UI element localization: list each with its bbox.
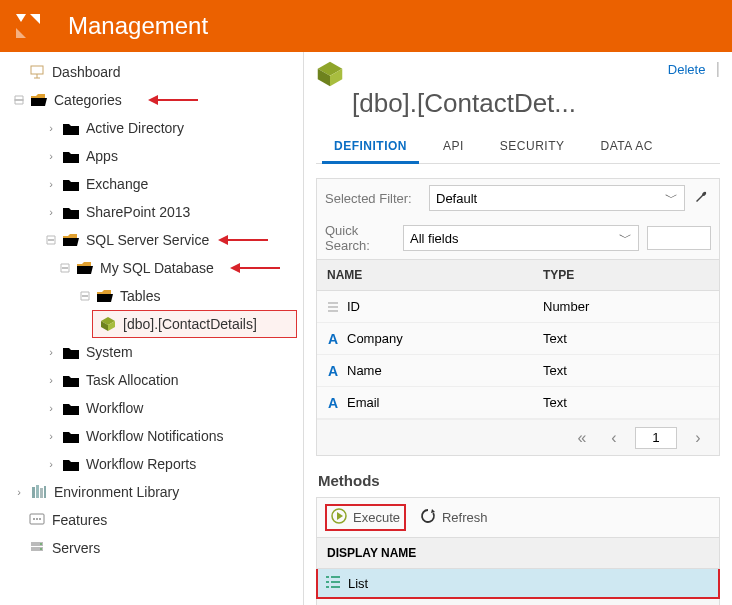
svg-point-48 — [40, 543, 42, 545]
svg-rect-62 — [331, 581, 340, 583]
collapse-icon[interactable] — [44, 233, 58, 247]
collapse-icon[interactable] — [12, 93, 26, 107]
svg-rect-39 — [36, 485, 39, 498]
selected-filter-dropdown[interactable]: Default ﹀ — [429, 185, 685, 211]
smartobject-icon — [316, 60, 344, 88]
quick-search-input[interactable] — [647, 226, 711, 250]
play-icon — [331, 508, 347, 527]
chevron-right-icon[interactable]: › — [44, 149, 58, 163]
methods-toolbar: Execute Refresh — [316, 497, 720, 537]
pager-prev-icon[interactable]: ‹ — [603, 427, 625, 449]
collapse-icon[interactable] — [78, 289, 92, 303]
folder-open-icon — [76, 260, 94, 276]
tree-label: Active Directory — [86, 120, 184, 136]
svg-marker-35 — [63, 404, 79, 415]
tree-environment-library[interactable]: › Environment Library — [0, 478, 303, 506]
property-type: Text — [533, 331, 719, 346]
text-type-icon: A — [323, 331, 343, 347]
chevron-right-icon[interactable]: › — [44, 345, 58, 359]
object-header: Delete | [dbo].[ContactDet... DEFINITION… — [304, 52, 732, 164]
refresh-button[interactable]: Refresh — [420, 508, 488, 527]
svg-rect-41 — [44, 486, 46, 498]
selected-filter-value: Default — [436, 191, 477, 206]
tree-workflow[interactable]: › Workflow — [0, 394, 303, 422]
tree-active-directory[interactable]: › Active Directory — [0, 114, 303, 142]
tree-label: Task Allocation — [86, 372, 179, 388]
tree-label: System — [86, 344, 133, 360]
tree-sharepoint[interactable]: › SharePoint 2013 — [0, 198, 303, 226]
annotation-arrow-icon — [218, 232, 268, 248]
tree-dashboard[interactable]: Dashboard — [0, 58, 303, 86]
execute-label: Execute — [353, 510, 400, 525]
tree-tables[interactable]: Tables — [0, 282, 303, 310]
svg-rect-17 — [48, 240, 54, 241]
delete-link[interactable]: Delete — [668, 62, 706, 77]
chevron-right-icon[interactable]: › — [44, 205, 58, 219]
methods-header[interactable]: DISPLAY NAME — [316, 537, 720, 569]
col-type-header[interactable]: TYPE — [533, 260, 719, 290]
chevron-right-icon[interactable]: › — [44, 373, 58, 387]
tree-apps[interactable]: › Apps — [0, 142, 303, 170]
tree-contact-details[interactable]: [dbo].[ContactDetails] — [92, 310, 297, 338]
chevron-down-icon: ﹀ — [665, 189, 678, 207]
chevron-right-icon[interactable]: › — [44, 177, 58, 191]
svg-point-49 — [40, 548, 42, 550]
chevron-right-icon[interactable]: › — [44, 401, 58, 415]
chevron-right-icon[interactable]: › — [44, 121, 58, 135]
quick-search-dropdown[interactable]: All fields ﹀ — [403, 225, 639, 251]
svg-point-43 — [33, 518, 35, 520]
folder-open-icon — [30, 92, 48, 108]
object-title: [dbo].[ContactDet... — [352, 88, 720, 119]
table-row[interactable]: ACompanyText — [317, 323, 719, 355]
text-type-icon: A — [323, 363, 343, 379]
execute-button[interactable]: Execute — [325, 504, 406, 531]
features-icon — [28, 512, 46, 528]
chevron-right-icon[interactable]: › — [44, 457, 58, 471]
folder-icon — [62, 148, 80, 164]
col-name-header[interactable]: NAME — [317, 260, 533, 290]
pager-first-icon[interactable]: « — [571, 427, 593, 449]
svg-marker-21 — [218, 235, 228, 245]
library-icon — [30, 484, 48, 500]
collapse-icon[interactable] — [58, 261, 72, 275]
folder-icon — [62, 120, 80, 136]
chevron-right-icon[interactable]: › — [12, 485, 26, 499]
tab-data-access[interactable]: DATA AC — [583, 129, 671, 163]
properties-panel: Selected Filter: Default ﹀ Quick Search:… — [316, 178, 720, 456]
tab-api[interactable]: API — [425, 129, 482, 163]
tree-servers[interactable]: Servers — [0, 534, 303, 562]
pager-page-input[interactable] — [635, 427, 677, 449]
pager-next-icon[interactable]: › — [687, 427, 709, 449]
chevron-right-icon[interactable]: › — [44, 429, 58, 443]
table-row[interactable]: IDNumber — [317, 291, 719, 323]
wrench-icon[interactable] — [693, 189, 711, 207]
property-type: Text — [533, 363, 719, 378]
svg-point-45 — [39, 518, 41, 520]
table-row[interactable]: AEmailText — [317, 387, 719, 419]
table-row[interactable]: ANameText — [317, 355, 719, 387]
grid-header: NAME TYPE — [317, 259, 719, 291]
svg-rect-4 — [31, 66, 43, 74]
tree-workflow-notifications[interactable]: › Workflow Notifications — [0, 422, 303, 450]
tab-security[interactable]: SECURITY — [482, 129, 583, 163]
tree-system[interactable]: › System — [0, 338, 303, 366]
tree-workflow-reports[interactable]: › Workflow Reports — [0, 450, 303, 478]
quick-search-label: Quick Search: — [325, 223, 395, 253]
tree-exchange[interactable]: › Exchange — [0, 170, 303, 198]
tab-definition[interactable]: DEFINITION — [316, 129, 425, 163]
tree-my-db[interactable]: My SQL Database — [0, 254, 303, 282]
tree-categories[interactable]: Categories — [0, 86, 303, 114]
methods-title: Methods — [318, 472, 720, 489]
method-label: List — [348, 576, 368, 591]
folder-icon — [62, 204, 80, 220]
tree-label: Environment Library — [54, 484, 179, 500]
method-row-list[interactable]: List — [316, 569, 720, 599]
svg-marker-58 — [431, 509, 435, 513]
sidebar: Dashboard Categories › Active Directory — [0, 52, 304, 605]
svg-rect-38 — [32, 487, 35, 498]
tree-features[interactable]: Features — [0, 506, 303, 534]
tree-task-allocation[interactable]: › Task Allocation — [0, 366, 303, 394]
tree-label: Tables — [120, 288, 160, 304]
svg-rect-7 — [15, 100, 24, 101]
tree-sql-service[interactable]: SQL Server Service — [0, 226, 303, 254]
